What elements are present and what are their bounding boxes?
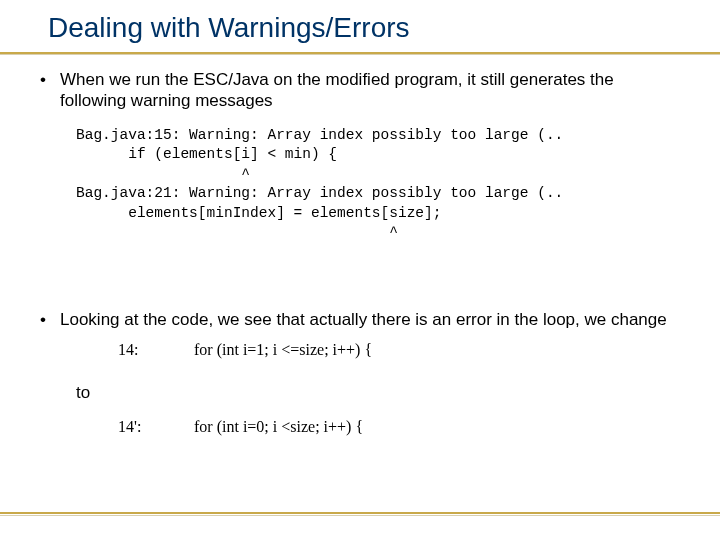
bullet-text: Looking at the code, we see that actuall… [60, 310, 667, 329]
change-before-row: 14: for (int i=1; i <=size; i++) { [76, 340, 682, 360]
bullet-item: When we run the ESC/Java on the modified… [38, 69, 682, 112]
to-label: to [76, 382, 682, 403]
bullet-item: Looking at the code, we see that actuall… [38, 309, 682, 330]
bullet-list: Looking at the code, we see that actuall… [38, 309, 682, 330]
warning-output: Bag.java:15: Warning: Array index possib… [76, 126, 682, 243]
change-after-row: 14': for (int i=0; i <size; i++) { [76, 417, 682, 437]
line-label: 14': [76, 417, 178, 437]
bullet-text: When we run the ESC/Java on the modified… [60, 70, 614, 110]
line-code: for (int i=1; i <=size; i++) { [178, 340, 372, 360]
spacer [38, 263, 682, 309]
divider-top-shadow [0, 54, 720, 55]
bullet-list: When we run the ESC/Java on the modified… [38, 69, 682, 112]
line-label: 14: [76, 340, 178, 360]
divider-bottom [0, 512, 720, 514]
title-area: Dealing with Warnings/Errors [0, 0, 720, 48]
slide: Dealing with Warnings/Errors When we run… [0, 0, 720, 540]
slide-title: Dealing with Warnings/Errors [48, 12, 720, 44]
divider-bottom-shadow [0, 515, 720, 516]
line-code: for (int i=0; i <size; i++) { [178, 417, 363, 437]
content-area: When we run the ESC/Java on the modified… [0, 69, 720, 437]
change-block: 14: for (int i=1; i <=size; i++) { to 14… [76, 340, 682, 437]
